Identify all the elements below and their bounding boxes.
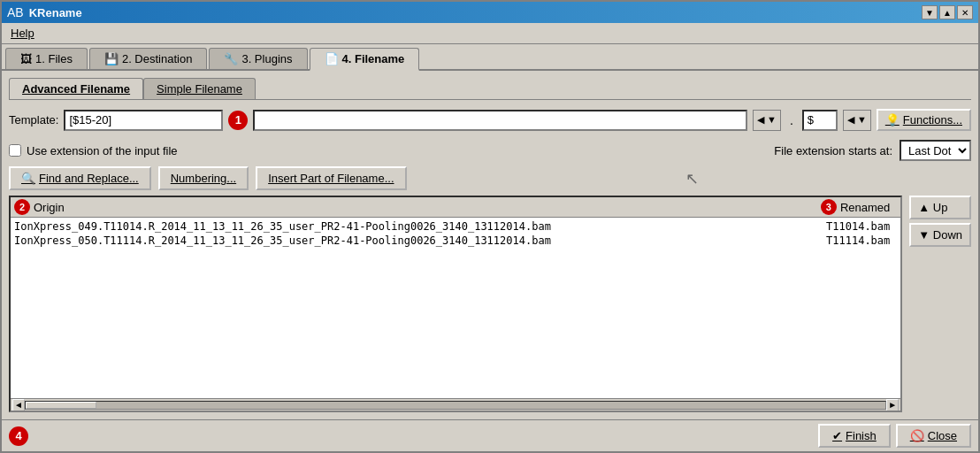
tab-files[interactable]: 🖼 1. Files (5, 48, 88, 69)
right-panel: ▲ Up ▼ Down (909, 196, 971, 412)
action-buttons-row: 🔍 Find and Replace... Numbering... Inser… (9, 166, 971, 190)
badge-3: 3 (821, 199, 837, 215)
scroll-thumb[interactable] (26, 402, 96, 409)
destination-tab-icon: 💾 (104, 52, 119, 65)
bottom-bar: 4 ✔ Finish 🚫 Close (2, 419, 978, 451)
file-origin-2: IonXpress_050.T11114.R_2014_11_13_11_26_… (14, 234, 791, 247)
window-controls: ▼ ▲ ✕ (922, 5, 973, 19)
insert-part-button[interactable]: Insert Part of Filename... (256, 166, 406, 190)
maximize-button[interactable]: ▲ (939, 5, 955, 19)
file-list: 2 Origin 3 Renamed IonXpress_049.T11014.… (9, 196, 902, 412)
file-origin-1: IonXpress_049.T11014.R_2014_11_13_11_26_… (14, 220, 791, 233)
close-button[interactable]: ✕ (957, 5, 973, 19)
sub-tab-advanced[interactable]: Advanced Filename (9, 78, 143, 99)
title-bar: AB KRename ▼ ▲ ✕ (2, 2, 978, 23)
file-list-header: 2 Origin 3 Renamed (11, 197, 900, 218)
badge-2: 2 (14, 199, 30, 215)
template-label: Template: (9, 113, 58, 127)
plugins-tab-label: 3. Plugins (241, 52, 292, 65)
file-renamed-1: T11014.bam (791, 220, 897, 233)
template-row: Template: 1 ◀ ▼ . ◀ ▼ 💡 Functions... (9, 105, 971, 134)
horizontal-scrollbar[interactable]: ◄ ► (11, 398, 900, 411)
insert-part-label: Insert Part of Filename... (268, 172, 394, 185)
functions-button[interactable]: 💡 Functions... (877, 109, 971, 131)
find-replace-button[interactable]: 🔍 Find and Replace... (9, 166, 151, 190)
title-bar-left: AB KRename (7, 5, 82, 19)
destination-tab-label: 2. Destination (122, 52, 193, 65)
use-extension-label: Use extension of the input file (27, 144, 178, 157)
file-list-body[interactable]: IonXpress_049.T11014.R_2014_11_13_11_26_… (11, 218, 900, 398)
app-icon: AB (7, 5, 24, 19)
functions-label: Functions... (903, 113, 962, 127)
file-section: 2 Origin 3 Renamed IonXpress_049.T11014.… (9, 196, 902, 412)
tab-bar: 🖼 1. Files 💾 2. Destination 🔧 3. Plugins… (2, 44, 978, 71)
renamed-header: 3 Renamed (791, 199, 897, 215)
sub-tab-simple[interactable]: Simple Filename (143, 78, 256, 99)
file-renamed-2: T11114.bam (791, 234, 897, 247)
close-label: Close (928, 429, 957, 442)
tab-filename[interactable]: 📄 4. Filename (310, 48, 420, 71)
filename-tab-label: 4. Filename (342, 52, 405, 65)
help-menu[interactable]: Help (5, 25, 40, 42)
extension-starts-label: File extension starts at: (774, 144, 892, 157)
down-button[interactable]: ▼ Down (909, 223, 971, 247)
template-dropdown-btn[interactable]: ◀ ▼ (753, 110, 781, 131)
close-icon: 🚫 (910, 429, 924, 442)
up-button[interactable]: ▲ Up (909, 196, 971, 219)
menu-bar: Help (2, 23, 978, 44)
table-row: IonXpress_050.T11114.R_2014_11_13_11_26_… (14, 234, 897, 248)
window-title: KRename (29, 6, 82, 19)
find-replace-icon: 🔍 (21, 172, 35, 185)
main-window: AB KRename ▼ ▲ ✕ Help 🖼 1. Files 💾 2. De… (0, 0, 980, 453)
checkbox-right: File extension starts at: Last Dot (178, 140, 971, 161)
checkbox-left: Use extension of the input file (9, 144, 178, 157)
badge-4: 4 (9, 426, 28, 446)
files-tab-label: 1. Files (35, 52, 73, 65)
main-content: Advanced Filename Simple Filename Templa… (2, 71, 978, 419)
numbering-label: Numbering... (171, 172, 236, 185)
renamed-header-label: Renamed (840, 201, 890, 214)
plugins-tab-icon: 🔧 (224, 52, 238, 65)
options-row: Use extension of the input file File ext… (9, 140, 971, 161)
finish-button[interactable]: ✔ Finish (818, 424, 891, 448)
filename-tab-icon: 📄 (325, 52, 339, 65)
close-window-button[interactable]: 🚫 Close (896, 424, 971, 448)
table-row: IonXpress_049.T11014.R_2014_11_13_11_26_… (14, 219, 897, 234)
cursor-area: ↖ (414, 169, 972, 188)
origin-header: 2 Origin (14, 199, 791, 215)
extension-starts-select[interactable]: Last Dot (900, 140, 971, 161)
tab-destination[interactable]: 💾 2. Destination (89, 48, 208, 69)
badge-1: 1 (228, 111, 248, 130)
origin-header-label: Origin (34, 201, 65, 214)
find-replace-label: Find and Replace... (39, 172, 139, 185)
functions-icon: 💡 (885, 113, 900, 127)
template-middle-field[interactable] (253, 110, 747, 131)
sub-tab-bar: Advanced Filename Simple Filename (9, 78, 971, 100)
template-middle (253, 110, 747, 131)
numbering-button[interactable]: Numbering... (158, 166, 249, 190)
extension-dropdown-btn[interactable]: ◀ ▼ (843, 110, 871, 131)
tab-plugins[interactable]: 🔧 3. Plugins (209, 48, 307, 69)
minimize-button[interactable]: ▼ (922, 5, 938, 19)
finish-label: Finish (846, 429, 877, 442)
scroll-right-btn[interactable]: ► (886, 399, 899, 411)
dot-separator: . (786, 113, 797, 127)
file-section-wrapper: 2 Origin 3 Renamed IonXpress_049.T11014.… (9, 196, 971, 412)
extension-field[interactable] (802, 110, 838, 131)
scroll-left-btn[interactable]: ◄ (12, 399, 25, 411)
scroll-track[interactable] (25, 401, 886, 410)
files-tab-icon: 🖼 (20, 52, 32, 65)
finish-icon: ✔ (832, 429, 842, 442)
template-input[interactable] (64, 110, 223, 131)
use-extension-checkbox[interactable] (9, 144, 21, 157)
